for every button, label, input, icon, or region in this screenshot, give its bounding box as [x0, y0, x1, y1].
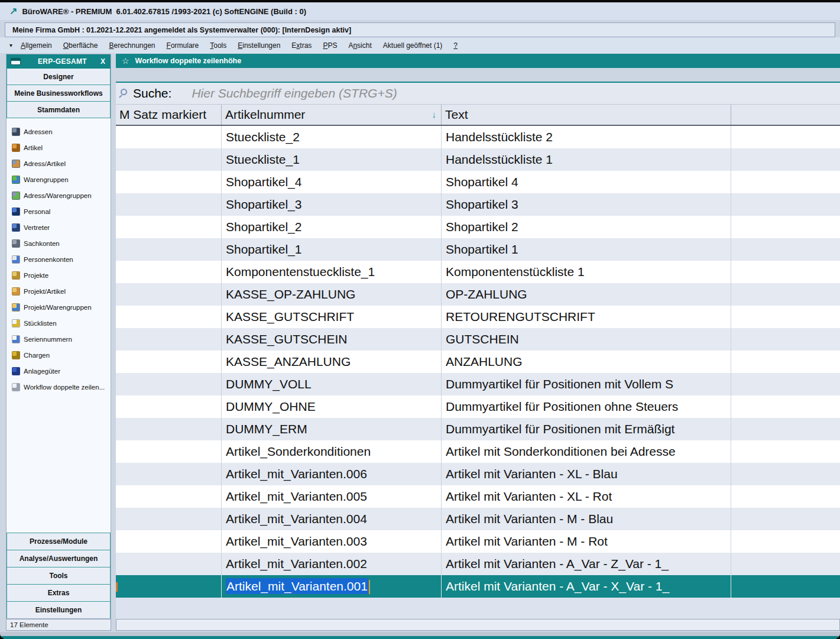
cell-satz-markiert	[116, 193, 222, 216]
menu-item-tools[interactable]: Tools	[210, 41, 226, 50]
sidebar-item-adress-warengruppen[interactable]: Adress/Warengruppen	[7, 187, 111, 203]
menu-item-blank[interactable]: ?	[453, 41, 458, 50]
table-row[interactable]: Artikel_mit_Varianten.002Artikel mit Var…	[116, 553, 840, 575]
sidebar-item-adress-artikel[interactable]: Adress/Artikel	[7, 155, 111, 171]
sidebar-button-stammdaten[interactable]: Stammdaten	[7, 102, 111, 118]
cell-satz-markiert	[116, 171, 222, 193]
cell-text: Dummyartikel für Positionen mit Ermäßigt	[442, 418, 731, 440]
sidebar-item-label: Sachkonten	[24, 240, 60, 247]
cell-text: Artikel mit Sonderkonditionen bei Adress…	[442, 440, 731, 463]
sidebar-button-einstellungen[interactable]: Einstellungen	[7, 601, 111, 618]
sidebar-item-artikel[interactable]: Artikel	[7, 140, 111, 155]
cell-extra	[731, 171, 840, 193]
sidebar-button-meine-businessworkflows[interactable]: Meine Businessworkflows	[7, 85, 111, 102]
table-row[interactable]: Artikel_mit_Varianten.006Artikel mit Var…	[116, 463, 840, 485]
menu-item-ansicht[interactable]: Ansicht	[348, 41, 371, 50]
sidebar-item-sachkonten[interactable]: Sachkonten	[7, 235, 111, 251]
window-frame-strip	[0, 632, 840, 636]
table-header: M Satz markiertArtikelnummer↓Text	[116, 105, 840, 126]
table-row[interactable]: Shopartikel_4Shopartikel 4	[116, 171, 840, 193]
sidebar-item-personal[interactable]: Personal	[7, 203, 111, 219]
sidebar-item-anlageg-ter[interactable]: Anlagegüter	[7, 363, 111, 379]
sidebar-button-analyse-auswertungen[interactable]: Analyse/Auswertungen	[7, 550, 111, 567]
sidebar-item-projekte[interactable]: Projekte	[7, 267, 111, 283]
table-row[interactable]: DUMMY_ERMDummyartikel für Positionen mit…	[116, 418, 840, 440]
menu-item-aktuell-ge-ffnet-1[interactable]: Aktuell geöffnet (1)	[383, 41, 443, 50]
sidebar-item-label: Adressen	[24, 128, 53, 135]
cell-artikelnummer: Shopartikel_2	[222, 216, 442, 238]
table-row[interactable]: KASSE_ANZAHLUNGANZAHLUNG	[116, 351, 840, 373]
column-header-m-satz-markiert[interactable]: M Satz markiert	[116, 105, 222, 125]
cell-satz-markiert	[116, 485, 222, 508]
sidebar-button-extras[interactable]: Extras	[7, 584, 111, 601]
cell-satz-markiert	[116, 283, 222, 306]
table-row[interactable]: Artikel_mit_Varianten.005Artikel mit Var…	[116, 485, 840, 508]
table-row[interactable]: KASSE_OP-ZAHLUNGOP-ZAHLUNG	[116, 283, 840, 306]
search-label: Suche:	[133, 86, 171, 100]
record-marker-icon	[116, 582, 118, 592]
sidebar-item-label: Vertreter	[24, 224, 50, 231]
cell-extra	[731, 440, 840, 463]
table-row[interactable]: Shopartikel_2Shopartikel 2	[116, 216, 840, 238]
sidebar-item-st-cklisten[interactable]: Stücklisten	[7, 315, 111, 331]
search-input[interactable]	[192, 86, 840, 100]
address-product-groups-icon	[12, 192, 20, 200]
cell-artikelnummer: Artikel_mit_Varianten.001	[222, 575, 442, 598]
sidebar-item-label: Projekt/Artikel	[24, 288, 66, 295]
table-row[interactable]: Komponentenstueckliste_1Komponentenstück…	[116, 261, 840, 283]
sidebar-close-button[interactable]: X	[99, 57, 106, 66]
cell-extra	[731, 238, 840, 261]
sidebar-item-seriennummern[interactable]: Seriennummern	[7, 331, 111, 347]
sidebar-item-chargen[interactable]: Chargen	[7, 347, 111, 363]
sidebar-item-label: Personal	[24, 208, 50, 215]
menu-item-oberfl-che[interactable]: Oberfläche	[63, 41, 98, 50]
status-element-count: 17 Elemente	[6, 619, 111, 631]
table-row[interactable]: Artikel_mit_Varianten.004Artikel mit Var…	[116, 508, 840, 530]
sidebar-item-projekt-warengruppen[interactable]: Projekt/Warengruppen	[7, 299, 111, 315]
column-header-artikelnummer[interactable]: Artikelnummer↓	[222, 105, 442, 125]
table-row[interactable]: Stueckliste_2Handelsstückliste 2	[116, 126, 840, 148]
table-row[interactable]: Artikel_SonderkonditionenArtikel mit Son…	[116, 440, 840, 463]
menu-item-berechnungen[interactable]: Berechnungen	[109, 41, 155, 50]
sidebar-item-personenkonten[interactable]: Personenkonten	[7, 251, 111, 267]
table-row[interactable]: Shopartikel_1Shopartikel 1	[116, 238, 840, 261]
cell-satz-markiert	[116, 216, 222, 238]
sidebar-button-designer[interactable]: Designer	[7, 69, 111, 85]
menu-item-einstellungen[interactable]: Einstellungen	[238, 41, 280, 50]
table-row[interactable]: Stueckliste_1Handelsstückliste 1	[116, 148, 840, 171]
menu-item-pps[interactable]: PPS	[323, 41, 337, 50]
menu-dropdown-icon[interactable]: ▾	[9, 42, 12, 48]
session-info-text: Meine Firma GmbH : 01.2021-12.2021 angem…	[12, 26, 351, 34]
sidebar-button-tools[interactable]: Tools	[7, 567, 111, 584]
sidebar-item-vertreter[interactable]: Vertreter	[7, 219, 111, 235]
sidebar-item-adressen[interactable]: Adressen	[7, 124, 111, 140]
sidebar-item-warengruppen[interactable]: Warengruppen	[7, 171, 111, 187]
window-frame-bottom	[0, 636, 840, 639]
cell-satz-markiert	[116, 508, 222, 530]
menu-item-extras[interactable]: Extras	[291, 41, 312, 50]
table-row[interactable]: Artikel_mit_Varianten.003Artikel mit Var…	[116, 530, 840, 553]
sidebar-item-label: Seriennummern	[24, 336, 72, 343]
cell-artikelnummer: Shopartikel_3	[222, 193, 442, 216]
table-row[interactable]: DUMMY_OHNEDummyartikel für Positionen oh…	[116, 395, 840, 418]
table-row[interactable]: KASSE_GUTSCHEINGUTSCHEIN	[116, 328, 840, 351]
column-header-text[interactable]: Text	[442, 105, 731, 125]
assets-book-icon	[12, 367, 20, 375]
sidebar-item-label: Workflow doppelte zeilen...	[24, 384, 105, 391]
menu-item-allgemein[interactable]: Allgemein	[21, 41, 52, 50]
sidebar-item-workflow-doppelte-zeilen[interactable]: Workflow doppelte zeilen...	[7, 379, 111, 395]
sidebar-button-prozesse-module[interactable]: Prozesse/Module	[7, 533, 111, 550]
person-account-icon	[12, 255, 20, 264]
menu-item-formulare[interactable]: Formulare	[167, 41, 199, 50]
project-product-groups-icon	[12, 303, 20, 312]
sidebar-item-label: Projekt/Warengruppen	[24, 304, 92, 311]
table-row[interactable]: Shopartikel_3Shopartikel 3	[116, 193, 840, 216]
table-row[interactable]: KASSE_GUTSCHRIFTRETOURENGUTSCHRIFT	[116, 306, 840, 328]
workflow-tabbar[interactable]: ☆ Workflow doppelte zeilenhöhe	[116, 54, 840, 68]
column-header-col-3[interactable]	[731, 105, 840, 125]
table-row[interactable]: Artikel_mit_Varianten.001Artikel mit Var…	[116, 575, 840, 598]
inline-edit-selected-text[interactable]: Artikel_mit_Varianten.001	[226, 578, 368, 594]
batches-coins-icon	[12, 351, 20, 359]
sidebar-item-projekt-artikel[interactable]: Projekt/Artikel	[7, 283, 111, 299]
table-row[interactable]: DUMMY_VOLLDummyartikel für Positionen mi…	[116, 373, 840, 395]
